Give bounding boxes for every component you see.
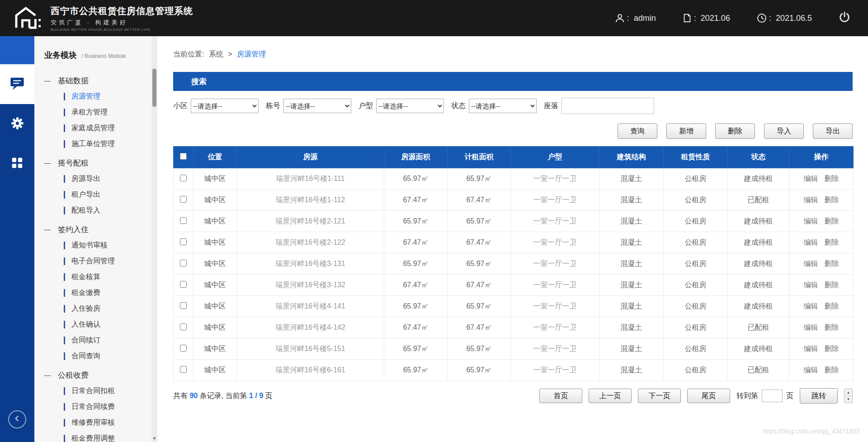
row-check-cell [174,190,193,211]
table-cell: 建成待租 [728,253,789,275]
table-row: 城中区瑞景河畔16号楼5-15165.97㎡65.97㎡一室一厅一卫混凝土公租房… [174,338,854,360]
rail-item-settings[interactable] [0,104,34,144]
sidebar-group-lottery-allocation[interactable]: —摇号配租 [34,155,157,171]
sidebar-item[interactable]: 日常合同续费 [34,399,157,415]
delete-link[interactable]: 删除 [825,345,839,352]
delete-link[interactable]: 删除 [825,196,839,204]
edit-link[interactable]: 编辑 [804,196,818,204]
row-checkbox[interactable] [180,366,187,373]
spinner-up-icon[interactable]: ▲ [844,389,852,396]
prev-page-button[interactable]: 上一页 [589,389,632,403]
sidebar-scrollbar[interactable]: ▼ [151,36,157,442]
scroll-down-button[interactable]: ▼ [151,436,157,441]
delete-link[interactable]: 删除 [825,323,839,331]
sidebar-item[interactable]: 合同查询 [34,348,157,364]
edit-link[interactable]: 编辑 [804,281,818,289]
row-check-cell [174,317,193,338]
sidebar-group-public-rental-fees[interactable]: —公租收费 [34,367,157,383]
search-panel-title: 搜索 [191,76,207,87]
sidebar-item[interactable]: 租金核算 [34,269,157,285]
back-button[interactable] [8,410,26,428]
table-cell: 65.97㎡ [448,168,511,190]
sidebar-item[interactable]: 房源导出 [34,171,157,187]
delete-link[interactable]: 删除 [825,238,839,246]
filter-select-layout[interactable]: --请选择-- [376,99,444,113]
item-label: 房源导出 [71,174,100,184]
filter-select-status[interactable]: --请选择-- [469,99,537,113]
row-checkbox[interactable] [180,196,187,203]
delete-link[interactable]: 删除 [825,281,839,289]
sidebar-item[interactable]: 施工单位管理 [34,136,157,152]
edit-link[interactable]: 编辑 [804,260,818,267]
row-checkbox[interactable] [180,217,187,224]
row-checkbox[interactable] [180,238,187,245]
last-page-button[interactable]: 尾页 [687,389,730,403]
query-button[interactable]: 查询 [618,124,657,139]
sidebar-group-basic-data[interactable]: —基础数据 [34,72,157,89]
breadcrumb-root[interactable]: 系统 [209,50,223,58]
delete-link[interactable]: 删除 [825,260,839,267]
goto-page-input[interactable] [762,390,783,402]
sidebar-item[interactable]: 维修费用审核 [34,415,157,431]
row-actions-cell: 编辑删除 [789,296,854,317]
sidebar-item[interactable]: 入住验房 [34,301,157,317]
delete-link[interactable]: 删除 [825,217,839,225]
sidebar-item[interactable]: 日常合同扣租 [34,383,157,399]
group-label: 公租收费 [58,370,89,380]
row-checkbox[interactable] [180,175,187,181]
filter-select-community[interactable]: --请选择-- [191,99,259,113]
rail-highlight-block[interactable] [0,36,34,64]
jump-button[interactable]: 跳转 [800,388,838,404]
edit-link[interactable]: 编辑 [804,345,818,352]
row-checkbox[interactable] [180,323,187,330]
delete-button[interactable]: 删除 [715,124,755,139]
edit-link[interactable]: 编辑 [804,302,818,310]
next-page-button[interactable]: 下一页 [638,389,681,403]
row-checkbox[interactable] [180,345,187,352]
sidebar-item[interactable]: 通知书审核 [34,238,157,253]
sidebar-item[interactable]: 租金费用调整 [34,431,157,442]
item-bar-icon [64,242,65,249]
sidebar-item[interactable]: 合同续订 [34,333,157,348]
power-button[interactable] [838,11,851,25]
table-cell: 65.97㎡ [384,338,448,360]
edit-link[interactable]: 编辑 [804,175,818,182]
sidebar-item[interactable]: 承租方管理 [34,105,157,120]
rail-item-apps[interactable] [0,144,34,184]
edit-link[interactable]: 编辑 [804,323,818,331]
add-button[interactable]: 新增 [666,124,706,139]
filter-label: 栋号 [266,101,280,111]
app-title: 西宁市公共租赁住房信息管理系统 [51,5,193,17]
edit-link[interactable]: 编辑 [804,238,818,246]
first-page-button[interactable]: 首页 [539,389,582,403]
sidebar-item[interactable]: 配租导入 [34,203,157,219]
row-checkbox[interactable] [180,302,187,309]
sidebar-item[interactable]: 房源管理 [34,89,157,105]
edit-link[interactable]: 编辑 [804,366,818,374]
scrollbar-thumb[interactable] [152,69,156,107]
import-button[interactable]: 导入 [764,124,804,139]
sidebar-group-signing-checkin[interactable]: —签约入住 [34,221,157,238]
row-checkbox[interactable] [180,281,187,288]
row-check-cell [174,232,193,253]
sidebar-item[interactable]: 入住确认 [34,317,157,333]
edit-link[interactable]: 编辑 [804,217,818,225]
row-checkbox[interactable] [180,260,187,266]
table-cell: 公租房 [664,211,728,232]
table-cell: 城中区 [193,232,237,253]
delete-link[interactable]: 删除 [825,366,839,374]
delete-link[interactable]: 删除 [825,302,839,310]
sidebar-item[interactable]: 租户导出 [34,187,157,203]
export-button[interactable]: 导出 [813,124,853,139]
filter-select-building[interactable]: --请选择-- [283,99,351,113]
sidebar-item[interactable]: 租金缴费 [34,285,157,301]
filter-input-address[interactable] [561,98,654,114]
column-header: 租赁性质 [664,147,728,168]
sidebar-item[interactable]: 电子合同管理 [34,253,157,269]
spinner-down-icon[interactable]: ▼ [844,396,852,403]
page-spinner[interactable]: ▲ ▼ [844,389,853,403]
select-all-checkbox[interactable] [180,153,187,160]
sidebar-item[interactable]: 家庭成员管理 [34,120,157,136]
rail-item-business-module[interactable] [0,64,34,104]
delete-link[interactable]: 删除 [825,175,839,182]
